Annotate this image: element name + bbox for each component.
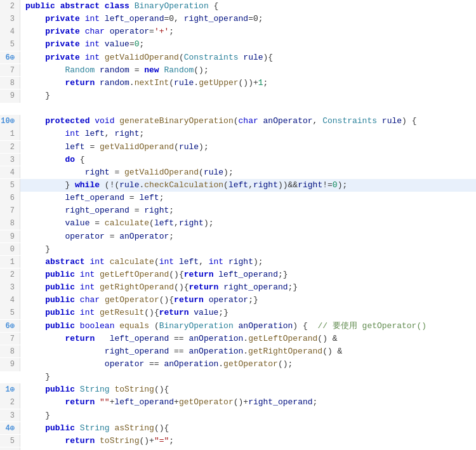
code-line: 6 left_operand = left; [0,192,476,204]
code-line: 6⊕ public boolean equals (BinaryOperatio… [0,320,476,333]
code-line: 4 public char getOperator(){return opera… [0,294,476,307]
line-number: 4 [0,294,20,307]
line-content: Random random = new Random(); [20,64,476,77]
line-content: left_operand = left; [20,192,476,204]
line-content: } [20,89,476,102]
line-number: 5 [0,179,20,192]
line-content: int left, right; [20,128,476,140]
code-line: 8 value = calculate(left,right); [0,217,476,230]
line-content: operator = anOperator; [20,230,476,243]
line-content: } [20,371,476,383]
code-line: 8 right_operand == anOperation.getRightO… [0,345,476,358]
line-number: 5 [0,38,20,51]
line-number: 4 [0,25,20,38]
line-content: public char getOperator(){return operato… [20,294,476,307]
line-number: 7 [0,333,20,345]
code-line: 4 private char operator='+'; [0,25,476,38]
code-line: 2 return ""+left_operand+getOperator()+r… [0,396,476,409]
code-line: 4 right = getValidOperand(rule); [0,166,476,179]
line-content: } [20,243,476,256]
line-content: return toString()+"="; [20,435,476,447]
code-line: 6⊕ private int getValidOperand(Constrain… [0,51,476,64]
line-content: right_operand == anOperation.getRightOpe… [20,345,476,358]
code-line: 1 int left, right; [0,128,476,140]
line-number: 8 [0,345,20,358]
line-number: 4⊕ [0,422,20,435]
code-line: 9 } [0,89,476,102]
line-number: 1 [0,128,20,140]
code-line: 6 } [0,447,476,450]
line-number: 6 [0,192,20,204]
line-number: 3 [0,281,20,294]
line-number: 7 [0,64,20,77]
code-line: 3 do { [0,154,476,166]
code-line: 5 return toString()+"="; [0,435,476,447]
line-number [0,102,20,103]
line-number: 7 [0,204,20,217]
line-number: 9 [0,89,20,102]
line-content: public int getLeftOperand(){return left_… [20,268,476,281]
line-number: 3 [0,13,20,25]
line-number: 6⊕ [0,51,20,64]
line-number: 8 [0,217,20,230]
code-line: 9 operator = anOperator; [0,230,476,243]
line-content: right = getValidOperand(rule); [20,166,476,179]
code-container: 2 public abstract class BinaryOperation … [0,0,476,450]
line-number [0,371,20,371]
line-content: public String asString(){ [20,422,476,435]
line-content: } [20,447,476,450]
line-content: public int getResult(){return value;} [20,307,476,319]
line-number: 1 [0,256,20,268]
line-content: } [20,409,476,422]
line-content: private int getValidOperand(Constraints … [20,51,476,64]
code-line: 7 Random random = new Random(); [0,64,476,77]
line-content: } while (!(rule.checkCalculation(left,ri… [20,179,476,192]
code-line: 2 public abstract class BinaryOperation … [0,0,476,13]
line-content: protected void generateBinaryOperation(c… [20,115,476,128]
code-line: 2 public int getLeftOperand(){return lef… [0,268,476,281]
line-number: 3 [0,409,20,422]
line-content: value = calculate(left,right); [20,217,476,230]
line-number: 5 [0,307,20,319]
code-line: 3 public int getRightOperand(){return ri… [0,281,476,294]
line-number: 8 [0,77,20,89]
line-content: private int value=0; [20,38,476,51]
code-line: 9 operator == anOperation.getOperator(); [0,358,476,371]
line-content [20,102,476,115]
line-content: public boolean equals (BinaryOperation a… [20,320,476,333]
code-line: 1 abstract int calculate(int left, int r… [0,256,476,268]
line-content: return random.nextInt(rule.getUpper())+1… [20,77,476,89]
code-line [0,102,476,115]
line-content: private int left_operand=0, right_operan… [20,13,476,25]
line-number: 2 [0,0,20,13]
line-content: public String toString(){ [20,383,476,396]
line-content: public abstract class BinaryOperation { [20,0,476,13]
line-number: 1⊕ [0,383,20,396]
line-number: 9 [0,358,20,371]
code-line: } [0,371,476,383]
code-line: 0 } [0,243,476,256]
code-line: 3 } [0,409,476,422]
code-line: 5 public int getResult(){return value;} [0,307,476,319]
line-number: 9 [0,230,20,243]
line-content: return ""+left_operand+getOperator()+rig… [20,396,476,409]
line-content: operator == anOperation.getOperator(); [20,358,476,371]
line-number: 2 [0,268,20,281]
code-line: 10⊕ protected void generateBinaryOperati… [0,115,476,128]
code-line: 8 return random.nextInt(rule.getUpper())… [0,77,476,89]
code-line: 5 } while (!(rule.checkCalculation(left,… [0,179,476,192]
line-number: 3 [0,154,20,166]
line-number: 6 [0,447,20,450]
code-line: 1⊕ public String toString(){ [0,383,476,396]
line-content: return left_operand == anOperation.getLe… [20,333,476,345]
line-content: private char operator='+'; [20,25,476,38]
line-number: 4 [0,166,20,179]
line-number: 0 [0,243,20,256]
line-content: public int getRightOperand(){return righ… [20,281,476,294]
code-line: 3 private int left_operand=0, right_oper… [0,13,476,25]
line-number: 10⊕ [0,115,20,128]
code-line: 4⊕ public String asString(){ [0,422,476,435]
line-content: do { [20,154,476,166]
code-line: 5 private int value=0; [0,38,476,51]
line-number: 5 [0,435,20,447]
